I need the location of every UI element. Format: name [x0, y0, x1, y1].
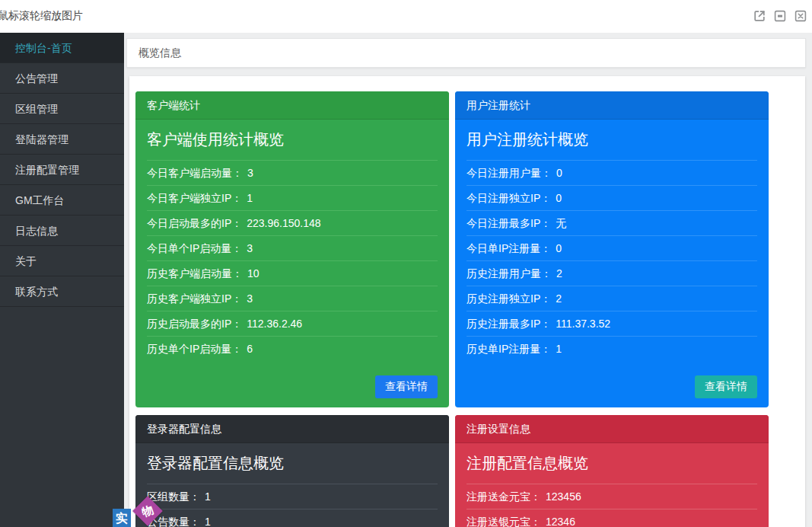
colon: ：	[231, 318, 242, 330]
sidebar-item-label: 关于	[15, 255, 37, 267]
breadcrumb: 概览信息	[126, 38, 806, 68]
stat-row: 历史客户端启动量：10	[147, 261, 438, 286]
view-details-button[interactable]: 查看详情	[375, 375, 438, 398]
card-header: 登录器配置信息	[135, 415, 449, 443]
window-controls	[753, 9, 807, 23]
colon: ：	[231, 192, 242, 204]
sidebar-item[interactable]: GM工作台	[0, 185, 124, 216]
sidebar-item-label: 联系方式	[15, 286, 58, 298]
card-title: 用户注册统计概览	[467, 120, 757, 161]
stat-row: 历史注册独立IP：2	[467, 286, 757, 311]
sidebar-item[interactable]: 区组管理	[0, 94, 124, 124]
stat-row: 今日单个IP启动量：3	[147, 236, 438, 261]
stat-row: 今日注册用户量：0	[467, 161, 757, 186]
stat-row: 今日客户端独立IP：1	[147, 186, 438, 211]
sidebar-item-label: 区组管理	[15, 103, 58, 115]
card-title: 登录器配置信息概览	[147, 443, 438, 484]
colon: ：	[541, 267, 552, 279]
card-title: 注册配置信息概览	[467, 443, 757, 484]
stat-value: 123456	[546, 490, 581, 503]
top-bar: 鼠标滚轮缩放图片	[0, 0, 812, 33]
stat-label: 今日单IP注册量	[467, 242, 540, 254]
stat-list: 今日客户端启动量：3 今日客户端独立IP：1 今日启动最多的IP：223.96.…	[147, 161, 438, 362]
floating-badge-shi[interactable]: 实	[113, 509, 131, 527]
stat-row: 今日注册最多IP：无	[467, 211, 757, 236]
stat-label: 注册送银元宝	[467, 516, 530, 527]
stat-row: 历史注册最多IP：111.37.3.52	[467, 311, 757, 337]
colon: ：	[231, 343, 242, 355]
stat-row: 历史单个IP启动量：6	[147, 337, 438, 362]
colon: ：	[189, 490, 200, 503]
card-body: 用户注册统计概览 今日注册用户量：0 今日注册独立IP：0 今日注册最多IP：无	[455, 120, 769, 362]
colon: ：	[540, 217, 551, 229]
stat-value: 2	[556, 267, 562, 279]
colon: ：	[540, 318, 551, 330]
stat-value: 1	[205, 516, 211, 527]
window-title: 鼠标滚轮缩放图片	[0, 0, 83, 30]
card-header: 用户注册统计	[455, 91, 769, 120]
sidebar-item[interactable]: 公告管理	[0, 63, 124, 94]
colon: ：	[530, 516, 541, 527]
content-panel: 客户端统计 客户端使用统计概览 今日客户端启动量：3 今日客户端独立IP：1	[129, 76, 805, 527]
stat-value: 10	[247, 267, 260, 279]
stat-value: 1	[556, 343, 562, 355]
sidebar-item-label: 登陆器管理	[15, 133, 68, 145]
stat-label: 今日启动最多的IP	[147, 217, 231, 229]
colon: ：	[231, 242, 242, 254]
stat-row: 历史客户端独立IP：3	[147, 286, 438, 311]
sidebar-item-label: 注册配置管理	[15, 164, 79, 176]
stat-label: 历史单IP注册量	[467, 343, 540, 355]
colon: ：	[540, 192, 551, 204]
stat-row: 历史启动最多的IP：112.36.2.46	[147, 311, 438, 337]
stat-value: 无	[556, 217, 566, 229]
card-title: 客户端使用统计概览	[147, 120, 438, 161]
stat-value: 6	[247, 343, 253, 355]
restore-icon	[773, 9, 787, 23]
stat-label: 历史注册用户量	[467, 267, 541, 279]
stat-label: 今日注册最多IP	[467, 217, 540, 229]
card-footer: 查看详情	[695, 375, 757, 398]
stat-value: 12346	[546, 516, 575, 527]
stat-label: 今日注册用户量	[467, 167, 541, 179]
open-external-button[interactable]	[753, 9, 766, 23]
main-area: 概览信息 客户端统计 客户端使用统计概览 今日客户端启动量：3 今日客户端独立I…	[124, 33, 812, 527]
sidebar-item[interactable]: 日志信息	[0, 216, 124, 246]
stat-label: 历史注册最多IP	[467, 318, 540, 330]
card-body: 登录器配置信息概览 区组数量：1 公告数量：1	[135, 443, 449, 527]
stat-value: 3	[247, 242, 253, 254]
stat-value: 0	[556, 192, 562, 204]
card-header: 客户端统计	[135, 91, 449, 120]
sidebar-item-label: 控制台-首页	[15, 42, 72, 54]
stat-row: 今日客户端启动量：3	[147, 161, 438, 186]
sidebar-item[interactable]: 注册配置管理	[0, 155, 124, 185]
stat-value: 0	[556, 167, 562, 179]
close-button[interactable]	[794, 9, 807, 23]
stat-value: 0	[556, 242, 562, 254]
open-external-icon	[753, 9, 766, 23]
stat-row: 今日启动最多的IP：223.96.150.148	[147, 211, 438, 236]
stat-row: 今日单IP注册量：0	[467, 236, 757, 261]
sidebar-item[interactable]: 登陆器管理	[0, 124, 124, 155]
colon: ：	[232, 167, 243, 179]
stat-row: 注册送银元宝：12346	[467, 509, 757, 527]
sidebar-item-label: 公告管理	[15, 72, 58, 85]
card-header: 注册设置信息	[455, 415, 769, 443]
stat-label: 今日注册独立IP	[467, 192, 540, 204]
stat-row: 历史注册用户量：2	[467, 261, 757, 286]
breadcrumb-label: 概览信息	[139, 46, 181, 59]
sidebar-item[interactable]: 控制台-首页	[0, 33, 124, 63]
colon: ：	[231, 217, 242, 229]
view-details-button[interactable]: 查看详情	[695, 375, 757, 398]
stat-row: 今日注册独立IP：0	[467, 186, 757, 211]
stat-label: 历史单个IP启动量	[147, 343, 231, 355]
restore-button[interactable]	[773, 9, 787, 23]
sidebar-item[interactable]: 联系方式	[0, 276, 124, 307]
stat-label: 历史启动最多的IP	[147, 318, 231, 330]
stat-value: 3	[247, 292, 253, 305]
sidebar-item[interactable]: 关于	[0, 246, 124, 276]
colon: ：	[540, 292, 551, 305]
stat-label: 今日客户端独立IP	[147, 192, 231, 204]
stat-label: 今日客户端启动量	[147, 167, 232, 179]
card-body: 注册配置信息概览 注册送金元宝：123456 注册送银元宝：12346	[455, 443, 769, 527]
stat-label: 今日单个IP启动量	[147, 242, 231, 254]
